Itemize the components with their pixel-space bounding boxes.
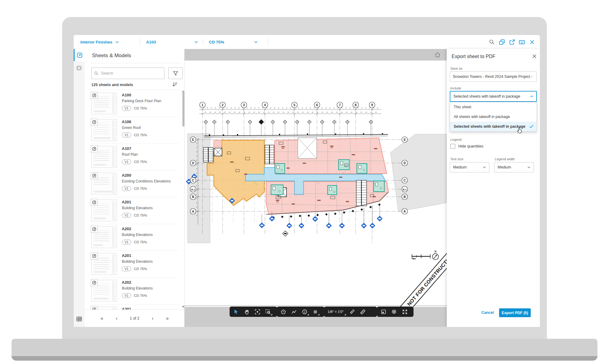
page: { "topbar": { "dropdowns": [ {"label": "…: [0, 0, 609, 364]
share-icon[interactable]: [509, 39, 515, 45]
text-size-select[interactable]: Medium: [450, 162, 489, 172]
include-select[interactable]: Selected sheets with takeoff in package: [450, 91, 537, 102]
close-icon[interactable]: [532, 54, 537, 59]
version-badge: V1: [122, 186, 131, 191]
sheet-dropdown[interactable]: A103: [146, 35, 198, 49]
chevron-down-icon: [195, 41, 198, 43]
issuance-label: CD 75%: [134, 133, 147, 137]
sheet-badge-icon: [91, 226, 98, 233]
issuance-dropdown[interactable]: CD 75%: [209, 35, 258, 49]
sheet-list-item[interactable]: A100 Parking Deck Floor Plan V1CD 75%: [91, 90, 179, 117]
checkmark-icon: [530, 125, 533, 128]
checkbox[interactable]: [450, 144, 455, 149]
menu-option-this-sheet[interactable]: This sheet: [450, 102, 537, 112]
north-arrow: N: [432, 250, 438, 260]
sheet-badge-icon: [91, 172, 98, 179]
sheet-name: Parking Deck Floor Plan: [122, 99, 161, 103]
top-bar: Interior Finishes A103 CD 75%: [74, 35, 540, 49]
sheet-list-item[interactable]: A202 Building Elevations V1CD 75%: [91, 224, 179, 251]
polygon-tool[interactable]: [278, 307, 288, 316]
sheet-viewer[interactable]: 1 2 3 4 5 6 7 8 9 E D: [185, 61, 447, 307]
chevron-down-icon: [254, 41, 258, 43]
select-tool[interactable]: [231, 307, 241, 316]
export-panel: Export sheet to PDF Save as Include Sele…: [447, 49, 540, 327]
issuance-label: CD 75%: [134, 213, 147, 217]
scale-display[interactable]: 1/8" = 1'0": [325, 307, 347, 316]
hide-quantities-label: Hide quantities: [458, 144, 484, 148]
last-page-button[interactable]: »: [166, 315, 169, 321]
svg-text:6: 6: [316, 103, 318, 107]
sheet-name: Building Elevations: [122, 206, 153, 210]
area-blob-icon: [313, 309, 318, 314]
calibrate-tool[interactable]: [347, 307, 357, 316]
count-tool[interactable]: 1: [299, 307, 310, 316]
compare-sheets-icon[interactable]: [499, 39, 505, 45]
sheet-name: Existing Conditions Elevations: [122, 179, 171, 183]
fullscreen-button[interactable]: [400, 307, 410, 316]
issuance-label: CD 75%: [134, 267, 147, 271]
package-dropdown[interactable]: Interior Finishes: [80, 35, 119, 49]
pink-room-small: [214, 140, 222, 147]
filter-button[interactable]: [168, 68, 183, 79]
cancel-button[interactable]: Cancel: [481, 310, 494, 315]
page-indicator: 1 of 2: [130, 316, 139, 321]
divider: [140, 39, 140, 45]
sheet-list-item[interactable]: A201 Building Elevations V1CD 75%: [91, 197, 179, 224]
frame-target-icon: [255, 309, 260, 314]
area-tool[interactable]: [310, 307, 320, 316]
sheet-list-item[interactable]: A200 Existing Conditions Elevations V1CD…: [91, 170, 179, 197]
rail-table-view-button[interactable]: [74, 314, 85, 324]
search-input[interactable]: [100, 71, 157, 76]
legend-width-label: Legend width: [495, 157, 515, 161]
gear-icon: [391, 309, 397, 314]
version-badge: V1: [122, 106, 131, 111]
issuance-label: CD 75%: [134, 160, 147, 164]
keyboard-shortcuts-icon[interactable]: [519, 39, 525, 45]
next-page-button[interactable]: ›: [152, 315, 154, 321]
previous-page-button[interactable]: ‹: [116, 315, 118, 321]
floor-plan-drawing: 1 2 3 4 5 6 7 8 9 E D: [185, 61, 447, 307]
stair-core-center: [265, 145, 274, 164]
legend-width-select[interactable]: Medium: [494, 162, 534, 172]
elevator-west: [214, 148, 222, 156]
rail-tab-sheets[interactable]: [74, 49, 85, 61]
menu-option-selected-sheets[interactable]: Selected sheets with takeoff in package: [450, 122, 537, 131]
home-icon[interactable]: [434, 51, 442, 59]
measure-tool[interactable]: [357, 307, 368, 316]
sheet-list-item[interactable]: A201 Building Elevations V1CD 75%: [91, 251, 179, 278]
svg-text:7: 7: [339, 103, 341, 107]
sheet-badge-icon: [91, 199, 98, 206]
polyline-tool[interactable]: [289, 307, 299, 316]
legend-tool[interactable]: [378, 307, 389, 316]
chevron-up-icon: [530, 95, 533, 97]
zoom-window-tool[interactable]: [263, 307, 273, 316]
list-scrollbar[interactable]: [182, 91, 185, 127]
calibrate-icon: [350, 309, 355, 314]
issuance-label: CD 75%: [134, 294, 147, 297]
save-as-input[interactable]: [450, 71, 537, 82]
sheet-code: A202: [122, 227, 131, 231]
sheet-code: A201: [122, 200, 131, 204]
fullscreen-icon: [402, 309, 407, 314]
search-icon[interactable]: [489, 39, 495, 45]
svg-text:B.1: B.1: [403, 188, 407, 191]
export-pdf-button[interactable]: Export PDF (5): [499, 308, 531, 317]
settings-button[interactable]: [389, 307, 399, 316]
sheet-list-item[interactable]: A202 Building Elevations V1CD 75%: [91, 277, 179, 304]
sheet-list-item[interactable]: A107 Roof Plan V1CD 75%: [91, 144, 179, 171]
hide-quantities-checkbox-row[interactable]: Hide quantities: [450, 144, 484, 149]
first-page-button[interactable]: «: [100, 315, 103, 321]
close-icon[interactable]: [529, 39, 535, 45]
ruler-icon: [360, 309, 365, 314]
search-icon: [94, 71, 98, 75]
pan-tool[interactable]: [241, 307, 252, 316]
svg-text:B.1: B.1: [191, 188, 195, 191]
menu-option-all-sheets[interactable]: All sheets with takeoff in package: [450, 112, 537, 122]
sheet-code: A202: [122, 280, 131, 285]
toolbar-navigation-group: [230, 307, 277, 317]
sheet-thumbnail: [91, 119, 117, 141]
zoom-fit-tool[interactable]: [252, 307, 262, 316]
sheet-list-item[interactable]: A106 Green Roof V1CD 75%: [91, 117, 179, 144]
rail-tab-models[interactable]: [74, 62, 85, 73]
sort-button[interactable]: [172, 81, 178, 88]
